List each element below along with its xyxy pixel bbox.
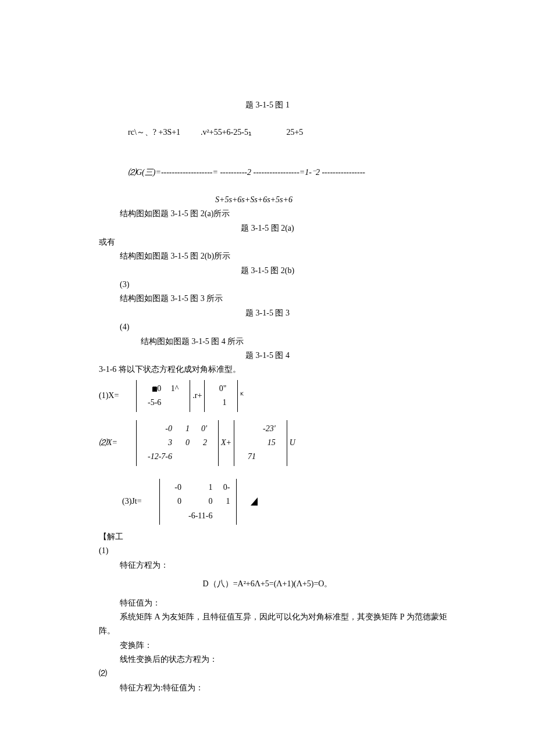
figure-1-caption: 题 3-1-5 图 1 [99, 99, 436, 112]
struct-2b-text: 结构图如图题 3-1-5 图 2(b)所示 [99, 250, 436, 263]
char-eq-formula: D（八）=A²+6Λ+5=(Λ+1)(Λ+5)=O。 [99, 578, 436, 590]
eq3-label: (3)Jt= [122, 495, 157, 508]
eigen-label: 特征值为： [99, 597, 436, 610]
eq3-a11: 0 [188, 495, 212, 508]
eq2-matrix-B: -23' 15 71 [234, 420, 287, 466]
eq2-b11: 15 [263, 436, 276, 449]
equation-1: (1)X= ■0 1^ -5-6 .r+ 0" 1 ᴷ [99, 380, 436, 412]
eq3-a01: 1 [188, 481, 212, 494]
eq3-a20 [171, 510, 181, 522]
eq2-a11: 0 [179, 436, 190, 449]
eq3-a12: 1 [219, 495, 230, 508]
eq2-a12: 2 [197, 436, 207, 449]
item-4-marker: (4) [99, 321, 436, 334]
eq3-a22 [219, 510, 230, 522]
friend-matrix-tail: 阵。 [99, 625, 436, 637]
g-top-right: 25+5 [286, 128, 303, 137]
eq1-a10: -5-6 [148, 396, 161, 409]
eq1-matrix-B: 0" 1 [204, 380, 238, 412]
eq3-a00: -0 [171, 481, 181, 494]
transform-label: 变换阵： [99, 639, 436, 652]
eq2-a02: 0' [197, 422, 207, 435]
section-2-marker: ⑵ [99, 667, 436, 680]
struct-4-text: 结构图如图题 3-1-5 图 4 所示 [99, 335, 436, 348]
eq1-a01: 1^ [168, 382, 179, 395]
g-expr-denom: S+5s+6s+Ss+6s+5s+6 [99, 194, 436, 206]
g-top-mid: .v²+55+6-25-5₁ [201, 128, 252, 137]
eq1-tail: ᴷ [240, 389, 244, 402]
eq1-matrix-A: ■0 1^ -5-6 [136, 380, 190, 412]
g-top-left: rc\～、? +3S+1 [128, 128, 180, 137]
eq2-b10 [245, 436, 256, 449]
eq1-a11 [168, 396, 179, 409]
friend-matrix-text: 系统矩阵 A 为友矩阵，且特征值互异，因此可以化为对角标准型，其变换矩阵 P 为… [99, 611, 436, 624]
section-1-marker: (1) [99, 544, 436, 557]
eq2-label: ⑵X= [99, 436, 134, 449]
struct-3-text: 结构图如图题 3-1-5 图 3 所示 [99, 292, 436, 305]
equation-3: (3)Jt= -0 1 0- 0 0 1 -6-11-6 [99, 479, 436, 525]
eq3-a10: 0 [171, 495, 181, 508]
eq2-b00 [245, 422, 256, 435]
eq2-b01: -23' [263, 422, 276, 435]
eq1-b10: 1 [216, 396, 226, 409]
figure-3-caption: 题 3-1-5 图 3 [99, 307, 436, 320]
eq2-a10: 3 [148, 436, 172, 449]
eq2-tail: U [290, 436, 295, 449]
eq3-matrix-A: -0 1 0- 0 0 1 -6-11-6 [159, 479, 237, 525]
equation-2: ⑵X= -0 1 0' 3 0 2 -12-7-6 [99, 420, 436, 466]
eq2-a20: -12-7-6 [148, 450, 172, 463]
eq2-b21 [263, 450, 276, 463]
q316-title: 3-1-6 将以下状态方程化成对角标准型。 [99, 363, 436, 376]
eq1-b00: 0" [216, 382, 226, 395]
g-line-mid: ------------------= ----------2 --------… [164, 168, 365, 177]
eq2-b20: 71 [245, 450, 256, 463]
eq3-a02: 0- [219, 481, 230, 494]
solution-marker: 【解工 [99, 531, 436, 543]
eq3-a21: -6-11-6 [188, 510, 212, 522]
after-transform-text: 线性变换后的状态方程为： [99, 653, 436, 666]
triangle-icon [251, 497, 258, 506]
figure-2b-caption: 题 3-1-5 图 2(b) [99, 264, 436, 277]
eq1-mid: .r+ [192, 389, 202, 402]
g-expr-mid-row: ⑵G(三)=-------------------= ----------2 -… [99, 153, 436, 192]
eq2-mid: X+ [221, 436, 231, 449]
eq2-a01: 1 [179, 422, 190, 435]
eq1-label: (1)X= [99, 389, 134, 402]
eq2-matrix-A: -0 1 0' 3 0 2 -12-7-6 [136, 420, 219, 466]
eq2-a21 [179, 450, 190, 463]
or-have: 或有 [99, 236, 436, 249]
item-3-marker: (3) [99, 278, 436, 291]
figure-2a-caption: 题 3-1-5 图 2(a) [99, 222, 436, 235]
eq1-a00: ■0 [152, 384, 161, 393]
figure-4-caption: 题 3-1-5 图 4 [99, 349, 436, 362]
struct-2a-text: 结构图如图题 3-1-5 图 2(a)所示 [99, 207, 436, 220]
eq2-a22 [197, 450, 207, 463]
char-eq-label-2: 特征方程为:特征值为： [99, 682, 436, 694]
g-label: ⑵G(三)=- [128, 168, 164, 177]
g-expr-top-row: rc\～、? +3S+1 .v²+55+6-25-5₁ 25+5 [99, 113, 436, 152]
eq2-a00: -0 [148, 422, 172, 435]
char-eq-label: 特征方程为： [99, 559, 436, 572]
